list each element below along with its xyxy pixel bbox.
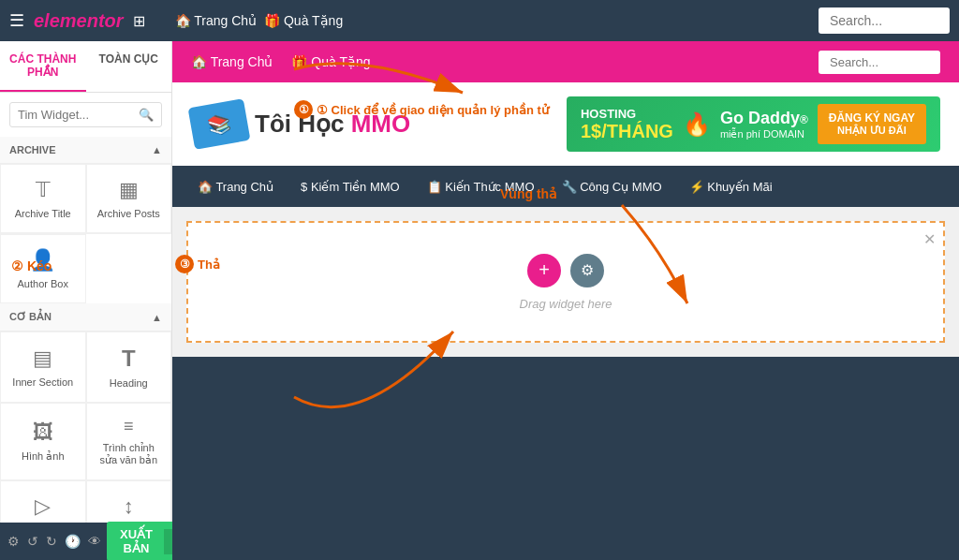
grid-icon[interactable]: ⊞ — [133, 12, 145, 30]
sitenav-knowledge[interactable]: 📋 Kiến Thức MMO — [416, 170, 546, 203]
register-line1: ĐĂNG KÝ NGAY — [829, 111, 915, 125]
drop-zone-actions: + ⚙ — [527, 254, 604, 287]
archive-title-icon: 𝕋 — [36, 178, 51, 202]
widget-archive-posts[interactable]: ▦ Archive Posts — [86, 164, 172, 233]
hosting-price: 1$/THÁNG — [581, 121, 673, 142]
image-icon: 🖼 — [33, 420, 53, 445]
widget-heading-label: Heading — [110, 377, 148, 389]
logo-icon: 📚 — [188, 98, 251, 150]
archive-posts-icon: ▦ — [119, 178, 139, 202]
tab-components[interactable]: CÁC THÀNH PHẦN — [0, 41, 86, 92]
nav-gift[interactable]: 🎁 Quà Tặng — [264, 13, 343, 28]
widget-text-editor[interactable]: ≡ Trình chỉnh sửa văn bản — [86, 403, 172, 480]
section-basic-toggle[interactable]: ▲ — [152, 312, 162, 323]
widget-image[interactable]: 🖼 Hình ảnh — [0, 403, 86, 480]
sidebar: CÁC THÀNH PHẦN TOÀN CỤC 🔍 ARCHIVE ▲ 𝕋 Ar… — [0, 41, 172, 538]
tab-global[interactable]: TOÀN CỤC — [86, 41, 172, 92]
site-nav-gift[interactable]: 🎁 Quà Tặng — [291, 54, 370, 69]
bottom-icons: ⚙ ↺ ↻ 🕐 👁 — [7, 534, 101, 549]
widget-text-editor-label: Trình chỉnh sửa văn bản — [95, 442, 164, 466]
site-top-bar: 🏠 Trang Chủ 🎁 Quà Tặng — [172, 41, 959, 82]
search-icon: 🔍 — [139, 108, 154, 122]
widget-inner-section-label: Inner Section — [12, 376, 73, 388]
godaddy-sub: miễn phí DOMAIN — [720, 128, 808, 140]
keo-annotation: ② Kéo — [11, 258, 52, 273]
settings-icon[interactable]: ⚙ — [7, 534, 20, 549]
section-archive: ARCHIVE ▲ — [0, 137, 171, 164]
sitenav-promo[interactable]: ⚡ Khuyến Mãi — [678, 170, 784, 203]
preview-area: 🏠 Trang Chủ 🎁 Quà Tặng 📚 Tôi Học MMO — [172, 41, 959, 560]
divider-icon: ↕ — [124, 494, 134, 519]
section-archive-label: ARCHIVE — [9, 144, 56, 155]
site-search-input[interactable] — [819, 51, 940, 74]
text-editor-icon: ≡ — [124, 417, 134, 436]
history-icon[interactable]: 🕐 — [65, 534, 81, 549]
section-basic: CƠ BẢN ▲ — [0, 303, 171, 332]
inner-section-icon: ▤ — [33, 346, 52, 371]
preview-icon[interactable]: 👁 — [88, 534, 101, 549]
dark-section — [172, 357, 959, 560]
godaddy-logo: Go Daddy® — [720, 109, 808, 128]
godaddy-info: Go Daddy® miễn phí DOMAIN — [720, 109, 808, 140]
sidebar-wrapper: CÁC THÀNH PHẦN TOÀN CỤC 🔍 ARCHIVE ▲ 𝕋 Ar… — [0, 41, 172, 560]
bottom-bar: ⚙ ↺ ↻ 🕐 👁 XUẤT BẢN ▲ — [0, 523, 172, 560]
sidebar-tabs: CÁC THÀNH PHẦN TOÀN CỤC — [0, 41, 171, 93]
video-icon: ▷ — [35, 494, 51, 519]
section-archive-toggle[interactable]: ▲ — [152, 144, 162, 155]
site-logo: 📚 Tôi Học MMO — [191, 103, 410, 145]
main-layout: CÁC THÀNH PHẦN TOÀN CỤC 🔍 ARCHIVE ▲ 𝕋 Ar… — [0, 41, 959, 560]
site-nav-home[interactable]: 🏠 Trang Chủ — [191, 54, 273, 69]
sitenav-tools[interactable]: 🔧 Công Cụ MMO — [551, 170, 673, 203]
content-wrapper: ① ① Click để về giao diện quản lý phần t… — [172, 41, 959, 560]
sitenav-home[interactable]: 🏠 Trang Chủ — [186, 170, 285, 203]
site-header: 📚 Tôi Học MMO HOSTING 1$/THÁNG 🔥 Go Dad — [172, 82, 959, 166]
drop-zone[interactable]: ✕ + ⚙ Drag widget here — [186, 221, 945, 343]
sitenav-earn[interactable]: $ Kiếm Tiền MMO — [289, 170, 411, 203]
undo-icon[interactable]: ↺ — [27, 534, 38, 549]
hamburger-icon[interactable]: ☰ — [9, 10, 24, 31]
site-search-area — [819, 51, 940, 74]
widget-inner-section[interactable]: ▤ Inner Section — [0, 332, 86, 403]
section-basic-label: CƠ BẢN — [9, 311, 52, 323]
publish-label: XUẤT BẢN — [120, 527, 153, 555]
register-line2: NHẬN ƯU ĐÃI — [829, 125, 915, 137]
archive-widgets: 𝕋 Archive Title ▦ Archive Posts — [0, 164, 171, 233]
fire-icon: 🔥 — [683, 111, 711, 138]
dz-settings-button[interactable]: ⚙ — [570, 254, 604, 287]
widget-search-input[interactable] — [18, 108, 133, 122]
widget-heading[interactable]: T Heading — [86, 332, 172, 403]
hosting-label: HOSTING — [581, 107, 673, 121]
logo-mmo: MMO — [351, 110, 411, 138]
widget-archive-posts-label: Archive Posts — [97, 208, 160, 219]
hosting-info: HOSTING 1$/THÁNG — [581, 107, 673, 142]
heading-icon: T — [122, 346, 136, 372]
elementor-logo: elementor — [34, 10, 124, 32]
widget-archive-title-label: Archive Title — [15, 208, 71, 219]
top-nav: 🏠 Trang Chủ 🎁 Quà Tặng — [156, 13, 807, 28]
logo-text: Tôi Học MMO — [255, 110, 410, 139]
top-bar-left: ☰ elementor ⊞ — [9, 10, 145, 32]
site-nav: 🏠 Trang Chủ $ Kiếm Tiền MMO 📋 Kiến Thức … — [172, 166, 959, 207]
drag-widget-text: Drag widget here — [520, 297, 612, 311]
nav-home[interactable]: 🏠 Trang Chủ — [175, 13, 257, 28]
widget-archive-title[interactable]: 𝕋 Archive Title — [0, 164, 86, 233]
sidebar-search-box: 🔍 — [9, 102, 162, 127]
search-input[interactable] — [819, 7, 950, 34]
top-bar: ☰ elementor ⊞ 🏠 Trang Chủ 🎁 Quà Tặng — [0, 0, 959, 41]
widget-author-box-label: Author Box — [18, 278, 68, 289]
redo-icon[interactable]: ↻ — [46, 534, 57, 549]
drop-zone-close[interactable]: ✕ — [923, 230, 936, 248]
widget-image-label: Hình ảnh — [22, 450, 65, 463]
drop-zone-content: + ⚙ Drag widget here — [501, 235, 631, 330]
logo-text-block: Tôi Học MMO — [255, 110, 410, 139]
hosting-banner: HOSTING 1$/THÁNG 🔥 Go Daddy® miễn phí DO… — [567, 96, 940, 152]
dz-add-button[interactable]: + — [527, 254, 561, 287]
basic-widgets: ▤ Inner Section T Heading 🖼 Hình ảnh ≡ T… — [0, 332, 171, 538]
register-button[interactable]: ĐĂNG KÝ NGAY NHẬN ƯU ĐÃI — [818, 104, 926, 144]
